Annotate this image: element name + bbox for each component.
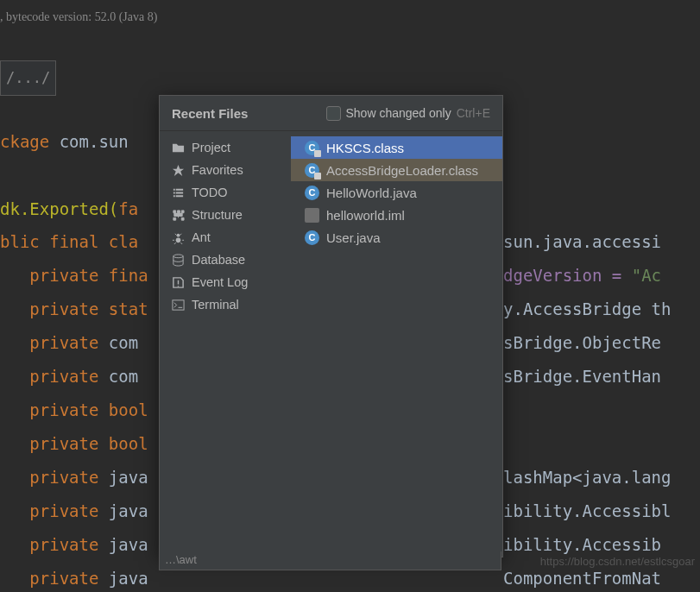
recent-file-label: HKSCS.class bbox=[326, 141, 404, 155]
code-line: dgeVersion = "Ac bbox=[503, 259, 661, 293]
fold-marker[interactable]: /.../ bbox=[0, 60, 56, 96]
recent-file-item[interactable]: CHelloWorld.java bbox=[291, 181, 502, 204]
recent-file-item[interactable]: helloworld.iml bbox=[291, 204, 502, 226]
code-line: private com bbox=[0, 326, 138, 360]
code-line: dk.Exported(fa bbox=[0, 192, 138, 226]
file-java-icon: C bbox=[305, 186, 319, 200]
code-line: private java bbox=[0, 562, 148, 592]
recent-file-label: AccessBridgeLoader.class bbox=[326, 163, 478, 178]
tool-window-item[interactable]: Favorites bbox=[160, 159, 291, 181]
tool-window-item[interactable]: TODO bbox=[160, 181, 291, 204]
tool-window-label: Event Log bbox=[192, 275, 248, 289]
file-iml-icon bbox=[305, 208, 319, 223]
popup-title: Recent Files bbox=[172, 106, 248, 121]
recent-file-label: helloworld.iml bbox=[326, 208, 405, 223]
tool-window-label: Structure bbox=[192, 208, 243, 222]
db-icon bbox=[172, 254, 185, 267]
tool-windows-list: ProjectFavoritesTODOStructureAntDatabase… bbox=[160, 131, 291, 557]
checkbox-icon[interactable] bbox=[326, 106, 341, 121]
code-line: private stat bbox=[0, 293, 148, 326]
code-line: lashMap<java.lang bbox=[503, 461, 671, 494]
file-cls-icon: C bbox=[305, 141, 319, 155]
code-line: private com bbox=[0, 360, 138, 394]
tool-window-label: Favorites bbox=[192, 163, 243, 177]
recent-files-list: CHKSCS.classCAccessBridgeLoader.classCHe… bbox=[291, 131, 502, 557]
path-bar: …\awt bbox=[159, 551, 501, 570]
star-icon bbox=[172, 164, 185, 177]
code-line: ibility.Accessibl bbox=[503, 494, 671, 528]
code-line: private bool bbox=[0, 427, 148, 461]
code-line: y.AccessBridge th bbox=[503, 293, 671, 326]
file-java-icon: C bbox=[305, 230, 319, 245]
code-line: sun.java.accessi bbox=[503, 225, 661, 259]
recent-file-item[interactable]: CAccessBridgeLoader.class bbox=[291, 159, 502, 181]
code-line: private java bbox=[0, 461, 148, 494]
code-line: private java bbox=[0, 528, 148, 562]
folder-icon bbox=[172, 142, 185, 154]
ant-icon bbox=[172, 231, 185, 244]
popup-header: Recent Files Show changed only Ctrl+E bbox=[160, 96, 502, 131]
code-line: private fina bbox=[0, 259, 148, 293]
show-changed-only-row[interactable]: Show changed only Ctrl+E bbox=[326, 106, 491, 121]
tool-window-item[interactable]: Ant bbox=[160, 226, 291, 249]
recent-file-label: User.java bbox=[326, 230, 381, 245]
tool-window-item[interactable]: Structure bbox=[160, 204, 291, 226]
tool-window-item[interactable]: Project bbox=[160, 136, 291, 159]
tool-window-item[interactable]: Database bbox=[160, 249, 291, 271]
svg-point-1 bbox=[176, 237, 181, 242]
svg-point-2 bbox=[173, 254, 183, 257]
watermark: https://blog.csdn.net/estlcsgoar bbox=[540, 555, 695, 568]
checkbox-label: Show changed only bbox=[346, 106, 451, 120]
code-line: blic final cla bbox=[0, 225, 138, 259]
tool-window-item[interactable]: Terminal bbox=[160, 293, 291, 316]
tool-window-item[interactable]: Event Log bbox=[160, 271, 291, 293]
tool-window-label: Project bbox=[192, 141, 230, 154]
recent-files-popup: Recent Files Show changed only Ctrl+E Pr… bbox=[159, 95, 503, 557]
code-line: sBridge.ObjectRe bbox=[503, 326, 661, 360]
file-cls-icon: C bbox=[305, 163, 319, 178]
tool-window-label: TODO bbox=[192, 186, 228, 199]
eventlog-icon bbox=[172, 276, 185, 289]
tool-window-label: Ant bbox=[192, 230, 211, 244]
terminal-icon bbox=[172, 299, 185, 312]
shortcut-label: Ctrl+E bbox=[457, 106, 490, 120]
structure-icon bbox=[172, 209, 185, 222]
code-line: ckage com.sun bbox=[0, 125, 129, 159]
code-line: private bool bbox=[0, 394, 148, 427]
svg-point-0 bbox=[177, 233, 180, 236]
code-line: sBridge.EventHan bbox=[503, 360, 661, 394]
top-info-bar: , bytecode version: 52.0 (Java 8) bbox=[0, 0, 157, 17]
tool-window-label: Database bbox=[192, 253, 245, 267]
tool-window-label: Terminal bbox=[192, 298, 239, 312]
code-line: private java bbox=[0, 494, 148, 528]
recent-file-item[interactable]: CUser.java bbox=[291, 226, 502, 249]
recent-file-label: HelloWorld.java bbox=[326, 186, 417, 200]
svg-rect-3 bbox=[173, 299, 184, 309]
recent-file-item[interactable]: CHKSCS.class bbox=[291, 136, 502, 159]
list-icon bbox=[172, 186, 185, 199]
